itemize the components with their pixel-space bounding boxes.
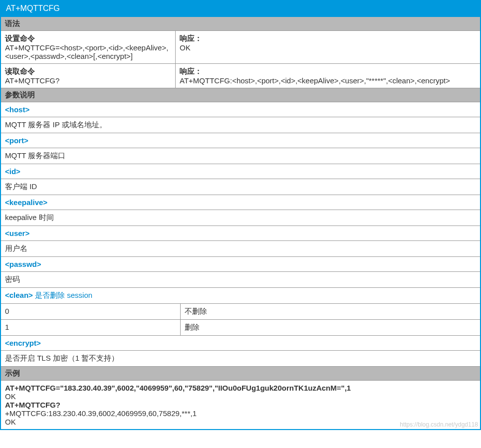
at-command-doc: AT+MQTTCFG 语法 设置命令 AT+MQTTCFG=<host>,<po… <box>0 0 481 430</box>
read-resp-label: 响应： <box>180 67 476 76</box>
clean-opt-1: 1 删除 <box>1 320 480 336</box>
command-title: AT+MQTTCFG <box>1 0 480 17</box>
param-keepalive-name: <keepalive> <box>1 195 480 210</box>
params-header: 参数说明 <box>1 88 480 102</box>
clean-opt-1-key: 1 <box>1 320 181 335</box>
clean-opt-0: 0 不删除 <box>1 304 480 320</box>
clean-opt-0-val: 不删除 <box>181 304 480 319</box>
param-id-name: <id> <box>1 164 480 179</box>
syntax-header: 语法 <box>1 17 480 31</box>
read-command-row: 读取命令 AT+MQTTCFG? 响应： AT+MQTTCFG:<host>,<… <box>1 64 480 88</box>
example-line-3: AT+MQTTCFG? <box>5 401 476 409</box>
example-line-2: OK <box>5 392 476 401</box>
read-resp-value: AT+MQTTCFG:<host>,<port>,<id>,<keepAlive… <box>180 76 476 85</box>
read-cmd-value: AT+MQTTCFG? <box>5 76 171 85</box>
param-user-name: <user> <box>1 226 480 241</box>
param-port-desc: MQTT 服务器端口 <box>1 148 480 164</box>
param-passwd-name: <passwd> <box>1 257 480 272</box>
param-encrypt-desc: 是否开启 TLS 加密（1 暂不支持） <box>1 351 480 367</box>
example-header: 示例 <box>1 367 480 381</box>
param-encrypt-name: <encrypt> <box>1 336 480 351</box>
example-line-4: +MQTTCFG:183.230.40.39,6002,4069959,60,7… <box>5 409 476 418</box>
set-cmd-label: 设置命令 <box>5 34 171 43</box>
example-block: AT+MQTTCFG="183.230.40.39",6002,"4069959… <box>1 381 480 429</box>
clean-opt-1-val: 删除 <box>181 320 480 335</box>
param-keepalive-desc: keepalive 时间 <box>1 210 480 226</box>
param-passwd-desc: 密码 <box>1 272 480 288</box>
param-port-name: <port> <box>1 133 480 148</box>
set-cmd-value: AT+MQTTCFG=<host>,<port>,<id>,<keepAlive… <box>5 43 171 60</box>
clean-opt-0-key: 0 <box>1 304 181 319</box>
example-line-1: AT+MQTTCFG="183.230.40.39",6002,"4069959… <box>5 384 476 392</box>
set-resp-value: OK <box>180 43 476 52</box>
example-line-5: OK <box>5 418 476 426</box>
set-command-row: 设置命令 AT+MQTTCFG=<host>,<port>,<id>,<keep… <box>1 31 480 64</box>
param-id-desc: 客户端 ID <box>1 179 480 195</box>
param-host-desc: MQTT 服务器 IP 或域名地址。 <box>1 117 480 133</box>
param-host-name: <host> <box>1 102 480 117</box>
param-user-desc: 用户名 <box>1 241 480 257</box>
read-cmd-label: 读取命令 <box>5 67 171 76</box>
param-clean-name: <clean> 是否删除 session <box>1 288 480 304</box>
set-resp-label: 响应： <box>180 34 476 43</box>
